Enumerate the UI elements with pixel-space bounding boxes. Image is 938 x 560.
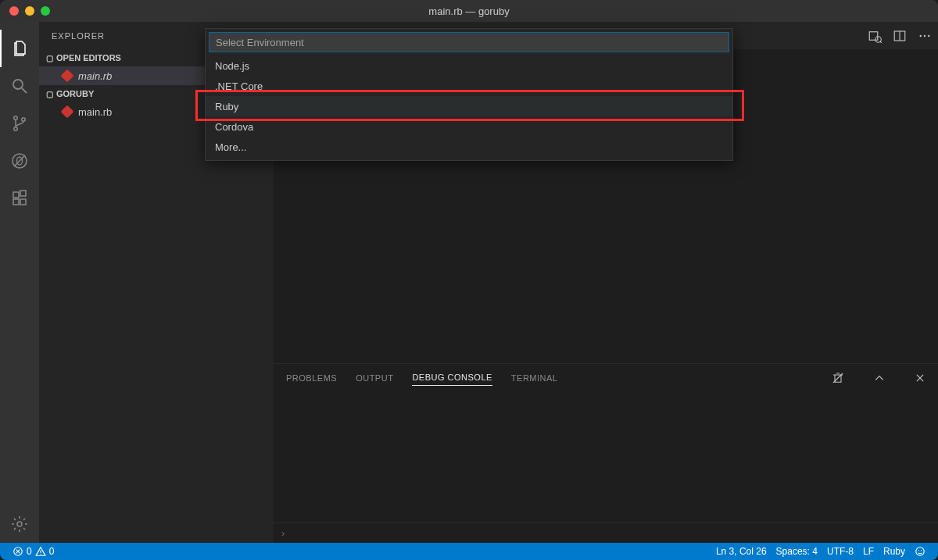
warning-icon (35, 546, 46, 557)
quickpick-item-nodejs[interactable]: Node.js (206, 55, 732, 76)
svg-rect-11 (20, 191, 26, 196)
status-bar: 0 0 Ln 3, Col 26 Spaces: 4 UTF-8 LF Ruby (0, 543, 938, 560)
activity-source-control[interactable] (0, 105, 39, 142)
close-window-button[interactable] (9, 6, 19, 16)
panel-tab-output[interactable]: OUTPUT (356, 370, 393, 386)
svg-rect-13 (869, 31, 878, 40)
svg-point-31 (921, 550, 922, 551)
debug-config-icon[interactable] (868, 29, 882, 43)
smiley-icon (915, 546, 925, 557)
status-feedback[interactable] (910, 543, 930, 560)
panel-maximize-icon[interactable] (874, 373, 885, 383)
svg-point-18 (920, 34, 922, 36)
svg-rect-10 (20, 199, 26, 205)
svg-point-19 (924, 34, 925, 36)
project-label: GORUBY (56, 89, 94, 98)
files-icon (11, 39, 30, 58)
status-errors[interactable]: 0 0 (8, 543, 59, 560)
svg-point-29 (916, 548, 925, 556)
svg-rect-8 (13, 192, 19, 198)
panel-tabs: PROBLEMS OUTPUT DEBUG CONSOLE TERMINAL (274, 364, 938, 391)
chevron-down-icon: ▢ (44, 54, 55, 62)
activity-explorer[interactable] (0, 30, 39, 67)
titlebar: main.rb — goruby (0, 0, 938, 22)
activity-debug[interactable] (0, 142, 39, 180)
svg-point-2 (14, 116, 17, 119)
no-bug-icon (10, 152, 29, 170)
quickpick-item-more[interactable]: More... (206, 137, 732, 157)
chevron-down-icon: ▢ (44, 90, 55, 98)
quickpick-item-ruby[interactable]: Ruby (206, 96, 732, 116)
clear-console-icon[interactable] (832, 372, 844, 384)
activity-bar (0, 22, 39, 543)
panel-tab-problems[interactable]: PROBLEMS (286, 370, 337, 386)
git-branch-icon (10, 114, 29, 133)
quickpick-item-cordova[interactable]: Cordova (206, 116, 732, 137)
svg-point-20 (928, 34, 929, 36)
window-title: main.rb — goruby (428, 5, 509, 17)
file-name: main.rb (78, 70, 112, 82)
more-actions-icon[interactable] (918, 29, 932, 43)
activity-search[interactable] (0, 67, 39, 105)
status-language[interactable]: Ruby (879, 543, 910, 560)
panel-tab-terminal[interactable]: TERMINAL (511, 370, 558, 386)
quickpick-environment: Select Environment Node.js .NET Core Rub… (205, 28, 733, 161)
window-controls (0, 6, 50, 16)
ruby-file-icon (61, 105, 73, 118)
minimize-window-button[interactable] (25, 6, 34, 16)
split-editor-icon[interactable] (893, 29, 907, 43)
activity-extensions[interactable] (0, 180, 39, 217)
bottom-panel: PROBLEMS OUTPUT DEBUG CONSOLE TERMINAL (274, 363, 938, 543)
quickpick-list: Node.js .NET Core Ruby Cordova More... (206, 55, 732, 160)
debug-console-input[interactable]: › (274, 523, 938, 543)
status-indent[interactable]: Spaces: 4 (772, 543, 822, 560)
extensions-icon (10, 189, 29, 208)
svg-point-4 (22, 118, 25, 121)
open-editors-label: OPEN EDITORS (56, 53, 121, 62)
window: main.rb — goruby (0, 0, 938, 560)
svg-point-0 (13, 80, 23, 89)
file-name: main.rb (78, 106, 112, 118)
gear-icon (10, 515, 29, 533)
svg-point-3 (14, 127, 17, 130)
status-encoding[interactable]: UTF-8 (822, 543, 858, 560)
svg-line-15 (880, 41, 882, 42)
panel-close-icon[interactable] (915, 373, 925, 383)
quickpick-input[interactable]: Select Environment (209, 32, 729, 52)
svg-point-30 (918, 550, 919, 551)
svg-point-12 (17, 522, 22, 526)
activity-settings[interactable] (0, 505, 39, 543)
svg-point-28 (40, 554, 41, 555)
svg-line-1 (22, 88, 27, 93)
panel-tab-debug-console[interactable]: DEBUG CONSOLE (412, 369, 492, 386)
error-icon (13, 546, 23, 557)
quickpick-item-dotnet[interactable]: .NET Core (206, 76, 732, 96)
ruby-file-icon (61, 70, 73, 82)
svg-rect-9 (13, 199, 19, 205)
status-cursor[interactable]: Ln 3, Col 26 (711, 543, 772, 560)
search-icon (10, 77, 29, 95)
maximize-window-button[interactable] (41, 6, 50, 16)
quickpick-placeholder: Select Environment (216, 37, 304, 48)
prompt-chevron-icon: › (281, 527, 285, 539)
debug-console-body[interactable] (274, 391, 938, 523)
status-eol[interactable]: LF (858, 543, 879, 560)
